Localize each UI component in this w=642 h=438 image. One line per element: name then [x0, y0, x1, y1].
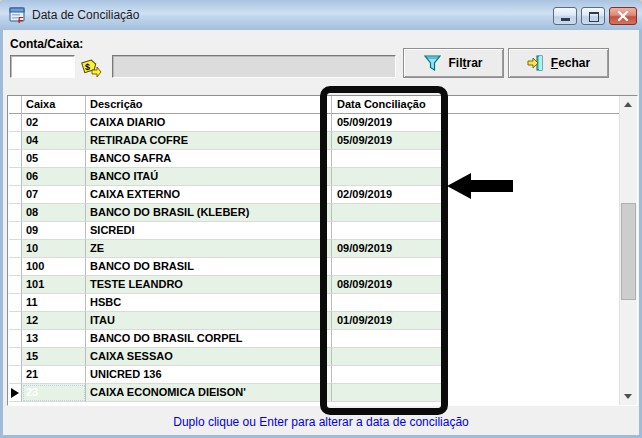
cell-caixa[interactable]: 11 [22, 294, 86, 312]
conciliacao-grid[interactable]: Caixa Descrição Data Conciliação 02CAIXA… [7, 95, 638, 406]
column-header-descricao[interactable]: Descrição [86, 96, 332, 114]
table-row[interactable]: 10ZE09/09/2019 [9, 240, 620, 258]
cell-descricao[interactable]: BANCO DO BRASIL CORPEL [86, 330, 332, 348]
cell-descricao[interactable]: HSBC [86, 294, 332, 312]
svg-text:F: F [18, 15, 24, 24]
row-filler [448, 186, 620, 204]
cell-caixa[interactable]: 02 [22, 114, 86, 132]
row-indicator-gutter [9, 168, 22, 186]
cell-data-conciliacao[interactable] [332, 330, 448, 348]
cell-data-conciliacao[interactable] [332, 294, 448, 312]
close-button[interactable] [609, 7, 637, 25]
selected-row-arrow-icon [11, 388, 19, 398]
grid-body: 02CAIXA DIARIO05/09/201904RETIRADA COFRE… [9, 114, 620, 402]
cell-data-conciliacao[interactable] [332, 222, 448, 240]
cell-caixa[interactable]: 04 [22, 132, 86, 150]
table-row[interactable]: 13BANCO DO BRASIL CORPEL [9, 330, 620, 348]
row-indicator-gutter [9, 384, 22, 402]
scroll-up-button[interactable] [620, 96, 637, 113]
table-row[interactable]: 100BANCO DO BRASIL [9, 258, 620, 276]
cell-caixa[interactable]: 13 [22, 330, 86, 348]
row-filler [448, 312, 620, 330]
cell-descricao[interactable]: UNICRED 136 [86, 366, 332, 384]
row-indicator-gutter [9, 114, 22, 132]
row-indicator-gutter [9, 240, 22, 258]
table-row[interactable]: 15CAIXA SESSAO [9, 348, 620, 366]
cell-descricao[interactable]: SICREDI [86, 222, 332, 240]
cell-caixa[interactable]: 15 [22, 348, 86, 366]
scrollbar-thumb[interactable] [621, 203, 636, 300]
cell-data-conciliacao[interactable] [332, 348, 448, 366]
cell-descricao[interactable]: CAIXA SESSAO [86, 348, 332, 366]
cell-descricao[interactable]: CAIXA EXTERNO [86, 186, 332, 204]
vertical-scrollbar[interactable] [619, 96, 637, 405]
cell-data-conciliacao[interactable]: 02/09/2019 [332, 186, 448, 204]
table-row[interactable]: 12ITAU01/09/2019 [9, 312, 620, 330]
scroll-down-button[interactable] [620, 388, 637, 405]
cell-descricao[interactable]: CAIXA ECONOMICA DIEISON' [86, 384, 332, 402]
table-row[interactable]: 05BANCO SAFRA [9, 150, 620, 168]
cell-data-conciliacao[interactable] [332, 168, 448, 186]
table-row[interactable]: 21UNICRED 136 [9, 366, 620, 384]
cell-descricao[interactable]: BANCO DO BRASIL (KLEBER) [86, 204, 332, 222]
cell-descricao[interactable]: RETIRADA COFRE [86, 132, 332, 150]
cell-data-conciliacao[interactable]: 09/09/2019 [332, 240, 448, 258]
cell-descricao[interactable]: BANCO ITAÚ [86, 168, 332, 186]
conta-caixa-input[interactable] [10, 55, 75, 78]
cell-caixa[interactable]: 07 [22, 186, 86, 204]
cell-data-conciliacao[interactable] [332, 204, 448, 222]
column-header-data-conciliacao[interactable]: Data Conciliação [332, 96, 448, 114]
table-row[interactable]: 08BANCO DO BRASIL (KLEBER) [9, 204, 620, 222]
cell-caixa[interactable]: 05 [22, 150, 86, 168]
table-row[interactable]: 07CAIXA EXTERNO02/09/2019 [9, 186, 620, 204]
cell-caixa[interactable]: 23 [22, 384, 86, 402]
cell-caixa[interactable]: 12 [22, 312, 86, 330]
cell-data-conciliacao[interactable]: 08/09/2019 [332, 276, 448, 294]
cell-caixa[interactable]: 10 [22, 240, 86, 258]
conta-caixa-description-field [112, 55, 396, 78]
minimize-icon [561, 18, 570, 21]
table-row[interactable]: 06BANCO ITAÚ [9, 168, 620, 186]
cell-data-conciliacao[interactable]: 05/09/2019 [332, 114, 448, 132]
titlebar[interactable]: F Data de Conciliação [0, 0, 642, 30]
cell-caixa[interactable]: 09 [22, 222, 86, 240]
cell-data-conciliacao[interactable] [332, 150, 448, 168]
cell-data-conciliacao[interactable]: 01/09/2019 [332, 312, 448, 330]
row-filler [448, 330, 620, 348]
row-filler [448, 348, 620, 366]
table-row[interactable]: 23CAIXA ECONOMICA DIEISON' [9, 384, 620, 402]
cell-data-conciliacao[interactable]: 05/09/2019 [332, 132, 448, 150]
table-row[interactable]: 11HSBC [9, 294, 620, 312]
cell-caixa[interactable]: 21 [22, 366, 86, 384]
table-row[interactable]: 101TESTE LEANDRO08/09/2019 [9, 276, 620, 294]
column-header-caixa[interactable]: Caixa [22, 96, 86, 114]
cell-descricao[interactable]: ZE [86, 240, 332, 258]
maximize-button[interactable] [581, 7, 605, 25]
row-filler [448, 150, 620, 168]
app-window: F Data de Conciliação Conta/Caixa: $ Fil… [0, 0, 642, 438]
row-filler [448, 204, 620, 222]
fechar-button[interactable]: Fechar [508, 48, 609, 78]
conta-caixa-label: Conta/Caixa: [10, 37, 83, 51]
cell-descricao[interactable]: BANCO SAFRA [86, 150, 332, 168]
cell-descricao[interactable]: BANCO DO BRASIL [86, 258, 332, 276]
cell-descricao[interactable]: ITAU [86, 312, 332, 330]
cell-caixa[interactable]: 06 [22, 168, 86, 186]
table-row[interactable]: 02CAIXA DIARIO05/09/2019 [9, 114, 620, 132]
filtrar-label: Filtrar [448, 56, 482, 70]
cell-caixa[interactable]: 08 [22, 204, 86, 222]
funnel-icon [424, 55, 441, 71]
table-row[interactable]: 04RETIRADA COFRE05/09/2019 [9, 132, 620, 150]
table-row[interactable]: 09SICREDI [9, 222, 620, 240]
cell-data-conciliacao[interactable] [332, 258, 448, 276]
cell-descricao[interactable]: CAIXA DIARIO [86, 114, 332, 132]
cell-caixa[interactable]: 101 [22, 276, 86, 294]
cell-caixa[interactable]: 100 [22, 258, 86, 276]
cell-data-conciliacao[interactable] [332, 384, 448, 402]
filtrar-button[interactable]: Filtrar [403, 48, 504, 78]
row-filler [448, 240, 620, 258]
lookup-tag-icon[interactable]: $ [80, 57, 102, 79]
cell-data-conciliacao[interactable] [332, 366, 448, 384]
minimize-button[interactable] [553, 7, 577, 25]
cell-descricao[interactable]: TESTE LEANDRO [86, 276, 332, 294]
